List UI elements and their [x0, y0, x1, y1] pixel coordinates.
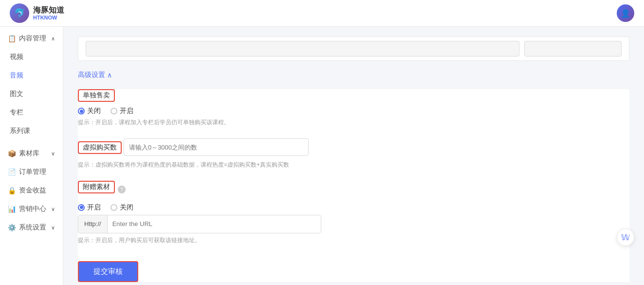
sidebar-item-orders[interactable]: 📄 订单管理 [0, 163, 63, 181]
virtual-purchase-label: 虚拟购买数 [78, 141, 122, 154]
float-button[interactable]: 𝕎 [617, 228, 634, 246]
material-icon: 📦 [8, 150, 16, 157]
attachment-hint: 提示：开启后，用户购买后可获取该链接地址。 [78, 236, 629, 245]
standalone-sale-open-option[interactable]: 开启 [110, 107, 133, 115]
sidebar-item-content[interactable]: 📋 内容管理 ∧ [0, 29, 63, 48]
standalone-sale-close-label: 关闭 [87, 107, 101, 115]
avatar[interactable]: 👤 [617, 4, 634, 22]
attachment-open-radio[interactable] [78, 204, 85, 211]
sidebar-item-video[interactable]: 视频 [0, 48, 63, 66]
partial-input-1 [86, 41, 519, 57]
sidebar-item-material[interactable]: 📦 素材库 ∨ [0, 144, 63, 163]
header: 🐬 海豚知道 HTKNOW 👤 [0, 0, 644, 27]
marketing-icon: 📊 [8, 205, 16, 213]
standalone-sale-close-radio[interactable] [78, 108, 85, 114]
attachment-close-radio[interactable] [110, 204, 117, 211]
standalone-sale-label: 单独售卖 [78, 89, 115, 102]
chevron-icon: ∨ [51, 151, 55, 157]
submit-button[interactable]: 提交审核 [78, 261, 138, 282]
attachment-info-icon[interactable]: ? [118, 186, 126, 193]
orders-icon: 📄 [8, 168, 16, 176]
url-input-group: Http:// [78, 215, 321, 233]
virtual-purchase-hint: 提示：虚拟购买数将作为课程热度的基础数据，课程热度=虚拟购买数+真实购买数 [78, 161, 629, 169]
sidebar-item-system[interactable]: ⚙️ 系统设置 ∨ [0, 218, 63, 237]
standalone-sale-open-label: 开启 [120, 107, 133, 115]
sidebar: 📋 内容管理 ∧ 视频 音频 图文 专栏 系列课 📦 素材库 ∨ 📄 订单管理 [0, 0, 63, 285]
standalone-sale-close-option[interactable]: 关闭 [78, 107, 101, 115]
layout: 📋 内容管理 ∧ 视频 音频 图文 专栏 系列课 📦 素材库 ∨ 📄 订单管理 [0, 0, 644, 285]
attachment-group: 附赠素材 ? 开启 关闭 Http:// 提 [78, 181, 629, 245]
standalone-sale-open-radio[interactable] [110, 108, 117, 114]
attachment-close-label: 关闭 [120, 203, 133, 212]
standalone-sale-group: 单独售卖 关闭 开启 提示：开启后，课程加入专栏后学员仍可单独购买该课程。 [78, 89, 629, 127]
sidebar-item-graphic[interactable]: 图文 [0, 85, 63, 103]
sidebar-content-label: 内容管理 [19, 34, 46, 43]
partial-input-2 [524, 41, 622, 57]
virtual-purchase-group: 虚拟购买数 提示：虚拟购买数将作为课程热度的基础数据，课程热度=虚拟购买数+真实… [78, 138, 629, 169]
chevron-icon: ∨ [51, 206, 55, 212]
advanced-settings-arrow: ∧ [107, 71, 112, 79]
chevron-icon: ∨ [51, 225, 55, 231]
system-icon: ⚙️ [8, 224, 16, 231]
logo: 🐬 海豚知道 HTKNOW [10, 3, 64, 23]
sidebar-item-column[interactable]: 专栏 [0, 103, 63, 122]
url-prefix: Http:// [78, 215, 108, 233]
attachment-open-label: 开启 [87, 203, 101, 212]
advanced-settings-label: 高级设置 [78, 71, 105, 79]
logo-text: 海豚知道 HTKNOW [33, 5, 64, 21]
finance-icon: 🔒 [8, 187, 16, 194]
attachment-close-option[interactable]: 关闭 [110, 203, 133, 212]
standalone-sale-radio-group: 关闭 开启 [78, 107, 629, 115]
logo-en-text: HTKNOW [33, 15, 64, 21]
sidebar-item-audio[interactable]: 音频 [0, 66, 63, 85]
main-content: 高级设置 ∧ 单独售卖 关闭 开启 提示：开启后，课程加入专栏后学员仍 [63, 27, 644, 285]
attachment-label-row: 附赠素材 ? [78, 181, 629, 198]
sidebar-item-series[interactable]: 系列课 [0, 122, 63, 140]
sidebar-item-marketing[interactable]: 📊 营销中心 ∨ [0, 200, 63, 218]
url-input[interactable] [108, 215, 321, 233]
virtual-purchase-input[interactable] [124, 138, 309, 156]
logo-image: 🐬 [10, 3, 29, 23]
content-icon: 📋 [8, 35, 16, 42]
advanced-settings-toggle[interactable]: 高级设置 ∧ [78, 71, 629, 79]
attachment-open-option[interactable]: 开启 [78, 203, 101, 212]
standalone-sale-hint: 提示：开启后，课程加入专栏后学员仍可单独购买该课程。 [78, 118, 629, 127]
logo-cn-text: 海豚知道 [33, 5, 64, 15]
top-partial-content [78, 37, 629, 61]
float-icon: 𝕎 [621, 233, 630, 242]
attachment-radio-group: 开启 关闭 [78, 203, 629, 212]
sidebar-item-finance[interactable]: 🔒 资金收益 [0, 181, 63, 200]
chevron-icon: ∧ [51, 36, 55, 42]
attachment-label: 附赠素材 [78, 181, 115, 193]
form-section: 单独售卖 关闭 开启 提示：开启后，课程加入专栏后学员仍可单独购买该课程。 虚拟… [78, 89, 629, 282]
